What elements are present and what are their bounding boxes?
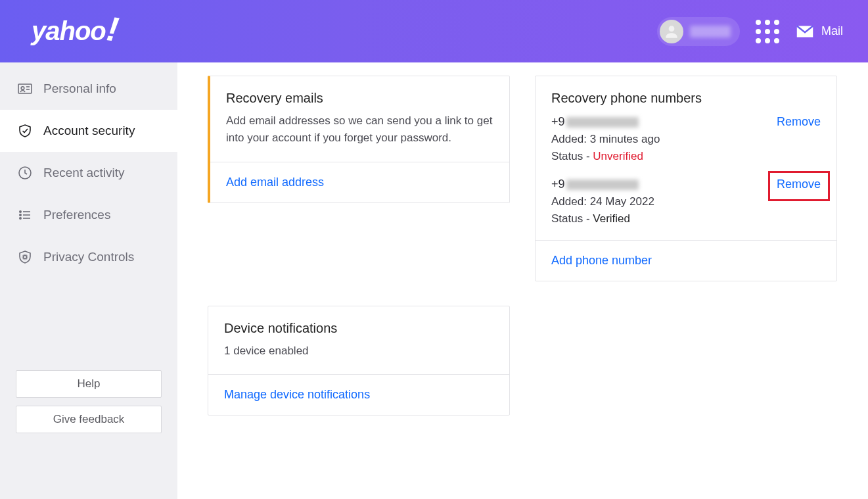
mail-link[interactable]: Mail (795, 24, 843, 39)
clock-icon (17, 165, 33, 181)
phone-redacted (566, 117, 639, 128)
card-title: Recovery emails (226, 91, 493, 106)
svg-point-8 (20, 214, 21, 216)
sidebar-item-label: Privacy Controls (43, 250, 134, 264)
sidebar-item-privacy-controls[interactable]: Privacy Controls (0, 236, 177, 278)
sidebar-item-personal-info[interactable]: Personal info (0, 68, 177, 110)
device-count: 1 device enabled (224, 343, 493, 360)
add-email-address-link[interactable]: Add email address (226, 176, 324, 189)
svg-point-6 (20, 211, 21, 212)
phone-prefix: +9 (551, 115, 565, 129)
phone-added: Added: 24 May 2022 (551, 195, 821, 208)
give-feedback-button[interactable]: Give feedback (16, 406, 162, 433)
sidebar-item-recent-activity[interactable]: Recent activity (0, 152, 177, 194)
logo-bang-icon: ! (104, 9, 121, 49)
id-card-icon (17, 81, 33, 97)
sidebar-item-preferences[interactable]: Preferences (0, 194, 177, 236)
phone-added: Added: 3 minutes ago (551, 133, 821, 146)
mail-icon (795, 24, 815, 39)
device-notifications-card: Device notifications 1 device enabled Ma… (208, 306, 510, 416)
account-name-redacted (690, 26, 731, 37)
global-header: yahoo! Mail (0, 0, 868, 62)
remove-phone-link[interactable]: Remove (777, 115, 821, 129)
shield-gear-icon (17, 249, 33, 265)
recovery-emails-card: Recovery emails Add email addresses so w… (208, 76, 510, 203)
yahoo-logo[interactable]: yahoo! (32, 12, 118, 51)
phone-number: +9 (551, 115, 639, 129)
phone-entry: +9 Remove Added: 3 minutes ago Status - … (551, 115, 821, 163)
card-title: Device notifications (224, 321, 493, 336)
svg-point-2 (21, 87, 24, 90)
manage-device-notifications-link[interactable]: Manage device notifications (224, 388, 370, 401)
list-icon (17, 207, 33, 223)
apps-grid-icon[interactable] (756, 20, 779, 43)
svg-point-12 (24, 256, 27, 259)
card-description: Add email addresses so we can send you a… (226, 112, 493, 147)
shield-check-icon (17, 123, 33, 139)
recovery-phones-card: Recovery phone numbers +9 Remove Added: … (535, 76, 837, 281)
phone-prefix: +9 (551, 178, 565, 191)
phone-entry: +9 Remove Added: 24 May 2022 Status - Ve… (551, 178, 821, 226)
account-menu[interactable] (657, 17, 740, 46)
sidebar: Personal info Account security Recent ac… (0, 62, 177, 499)
remove-phone-link[interactable]: Remove (777, 178, 821, 191)
phone-number: +9 (551, 178, 639, 191)
avatar-icon (660, 20, 683, 43)
card-title: Recovery phone numbers (551, 91, 821, 106)
main-content: Recovery emails Add email addresses so w… (177, 62, 868, 499)
svg-point-10 (20, 218, 21, 219)
help-button[interactable]: Help (16, 370, 162, 398)
sidebar-item-account-security[interactable]: Account security (0, 110, 177, 152)
add-phone-number-link[interactable]: Add phone number (551, 254, 652, 267)
phone-status: Status - Unverified (551, 150, 821, 163)
svg-point-0 (669, 26, 675, 32)
sidebar-item-label: Personal info (43, 82, 116, 96)
logo-text: yahoo (32, 16, 106, 46)
mail-label: Mail (821, 24, 843, 38)
sidebar-item-label: Recent activity (43, 166, 125, 180)
sidebar-item-label: Account security (43, 124, 135, 138)
phone-redacted (566, 179, 639, 190)
sidebar-item-label: Preferences (43, 208, 110, 222)
phone-status: Status - Verified (551, 212, 821, 226)
